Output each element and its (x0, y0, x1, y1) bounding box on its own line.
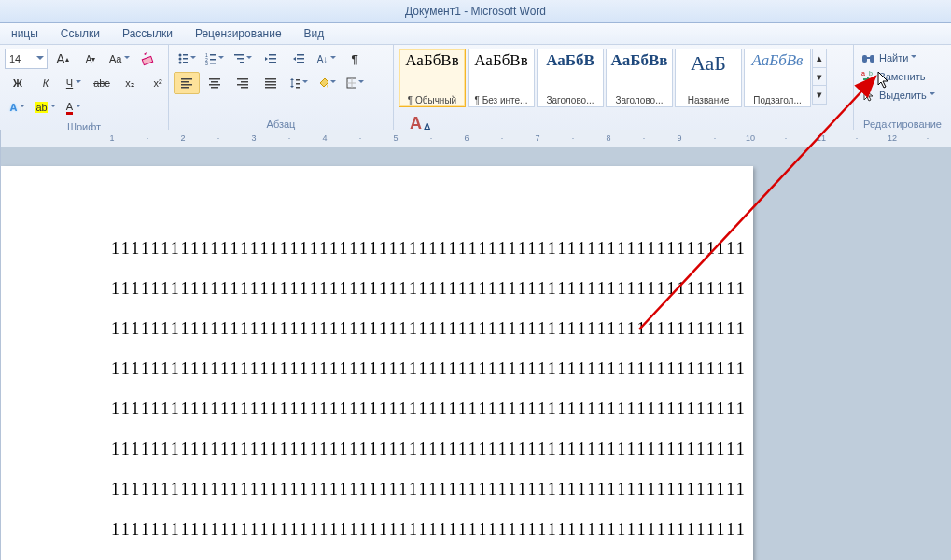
replace-icon: ab (861, 69, 876, 84)
style-sample: АаБбВв (405, 51, 458, 70)
style-name: Заголово... (608, 95, 670, 105)
svg-rect-25 (181, 87, 189, 89)
multilevel-button[interactable] (230, 48, 256, 70)
styles-expand[interactable]: ▾ (813, 85, 826, 104)
subscript-button[interactable]: x₂ (117, 72, 143, 94)
text-line[interactable]: 1111111111111111111111111111111111111111… (111, 480, 664, 499)
svg-rect-37 (265, 87, 276, 89)
group-font: 14 A▴ A▾ Aa Ж К Ч abc x₂ x² A ab A (0, 45, 169, 131)
style-sample: АаБ (691, 51, 726, 76)
bold-button[interactable]: Ж (5, 72, 31, 94)
styles-scroll-down[interactable]: ▾ (813, 67, 826, 86)
find-button[interactable]: Найти (858, 49, 939, 67)
text-line[interactable]: 1111111111111111111111111111111111111111… (111, 239, 664, 259)
align-center-button[interactable] (202, 72, 228, 94)
indent-decrease-button[interactable] (258, 48, 284, 70)
clear-formatting-button[interactable] (135, 48, 161, 70)
indent-increase-button[interactable] (286, 48, 312, 70)
style-name: Подзагол... (747, 95, 808, 105)
shading-button[interactable] (314, 72, 340, 94)
replace-button[interactable]: ab Заменить (858, 67, 939, 86)
style-4[interactable]: АаБНазвание (675, 49, 742, 107)
select-button[interactable]: Выделить (858, 86, 939, 105)
text-line[interactable]: 1111111111111111111111111111111111111111… (111, 319, 664, 339)
style-0[interactable]: АаБбВв¶ Обычный (399, 49, 466, 107)
window-title: Документ1 - Microsoft Word (0, 5, 951, 18)
group-editing-label: Редактирование (858, 117, 947, 131)
font-size-select[interactable]: 14 (5, 49, 48, 69)
tab-mailings[interactable]: Рассылки (111, 27, 184, 40)
svg-point-1 (179, 54, 182, 57)
style-sample: АаБбВв (752, 51, 804, 70)
tab-review[interactable]: Рецензирование (184, 27, 293, 40)
highlight-button[interactable]: ab (33, 96, 59, 119)
change-case-button[interactable]: Aa (105, 48, 133, 70)
strike-button[interactable]: abc (89, 72, 115, 94)
style-5[interactable]: АаБбВвПодзагол... (744, 49, 811, 107)
svg-rect-18 (269, 62, 276, 63)
multilevel-icon (233, 52, 244, 65)
svg-rect-30 (237, 78, 248, 80)
numbering-button[interactable]: 123 (202, 48, 228, 70)
numbering-icon: 123 (205, 52, 216, 65)
align-right-icon (236, 77, 249, 90)
page-scroll-area[interactable]: 1111111111111111111111111111111111111111… (1, 147, 951, 560)
line-spacing-icon (289, 77, 300, 90)
underline-button[interactable]: Ч (61, 72, 87, 94)
align-left-button[interactable] (174, 72, 200, 94)
group-styles: АаБбВв¶ ОбычныйАаБбВв¶ Без инте...АаБбВЗ… (394, 45, 854, 131)
group-paragraph: 123 A↓ ¶ Абзац (169, 45, 394, 131)
group-paragraph-label: Абзац (173, 117, 389, 131)
style-2[interactable]: АаБбВЗаголово... (537, 49, 604, 107)
document-page[interactable]: 1111111111111111111111111111111111111111… (1, 166, 753, 560)
svg-rect-29 (211, 87, 218, 89)
styles-gallery[interactable]: АаБбВв¶ ОбычныйАаБбВв¶ Без инте...АаБбВЗ… (398, 47, 812, 107)
italic-button[interactable]: К (33, 72, 59, 94)
tab-references[interactable]: Ссылки (49, 27, 111, 40)
sort-button[interactable]: A↓ (314, 48, 340, 70)
borders-icon (345, 77, 356, 90)
align-right-button[interactable] (230, 72, 256, 94)
svg-rect-40 (296, 79, 300, 81)
show-marks-button[interactable]: ¶ (342, 48, 368, 70)
style-1[interactable]: АаБбВв¶ Без инте... (468, 49, 535, 107)
text-line[interactable]: 1111111111111111111111111111111111111111… (111, 520, 664, 539)
text-line[interactable]: 1111111111111111111111111111111111111111… (111, 440, 664, 459)
shrink-font-button[interactable]: A▾ (77, 48, 104, 70)
svg-rect-34 (265, 78, 276, 80)
text-line[interactable]: 1111111111111111111111111111111111111111… (111, 359, 664, 379)
align-left-icon (180, 77, 193, 90)
superscript-button[interactable]: x² (145, 72, 171, 94)
align-justify-icon (264, 77, 277, 90)
tab-page-layout-partial[interactable]: ницы (0, 27, 49, 40)
ruler-horizontal[interactable]: 1·2·3·4·5·6·7·8·9·10·11·12·13·14·15·16·1… (1, 130, 951, 147)
svg-rect-41 (296, 83, 300, 85)
text-line[interactable]: 1111111111111111111111111111111111111111… (111, 279, 664, 299)
svg-point-5 (179, 62, 182, 64)
style-3[interactable]: АаБбВвЗаголово... (606, 49, 673, 107)
svg-rect-51 (866, 57, 871, 59)
align-justify-button[interactable] (258, 72, 284, 94)
grow-font-button[interactable]: A▴ (49, 48, 76, 70)
style-sample: АаБбВв (611, 51, 668, 70)
borders-button[interactable] (342, 72, 368, 94)
binoculars-icon (861, 50, 876, 65)
styles-scroll-up[interactable]: ▴ (813, 49, 826, 67)
text-line[interactable]: 1111111111111111111111111111111111111111… (111, 399, 664, 419)
bullets-button[interactable] (174, 48, 200, 70)
text-effects-button[interactable]: A (5, 96, 31, 119)
svg-rect-26 (209, 78, 220, 80)
svg-rect-33 (241, 87, 248, 89)
font-color-button[interactable]: A (61, 96, 87, 119)
ribbon-tabs: ницы Ссылки Рассылки Рецензирование Вид (0, 23, 951, 45)
svg-rect-31 (241, 81, 248, 83)
paint-bucket-icon (317, 77, 328, 90)
svg-rect-36 (265, 84, 276, 86)
tab-view[interactable]: Вид (293, 27, 336, 40)
font-size-value: 14 (9, 53, 21, 64)
svg-rect-20 (297, 58, 304, 60)
svg-text:a: a (861, 70, 865, 77)
line-spacing-button[interactable] (286, 72, 312, 94)
style-sample: АаБбВв (474, 51, 527, 70)
document-workspace: 1·2·3·4·5·6·7·8·9·10·11·12·13·14·15·16·1… (0, 130, 951, 560)
